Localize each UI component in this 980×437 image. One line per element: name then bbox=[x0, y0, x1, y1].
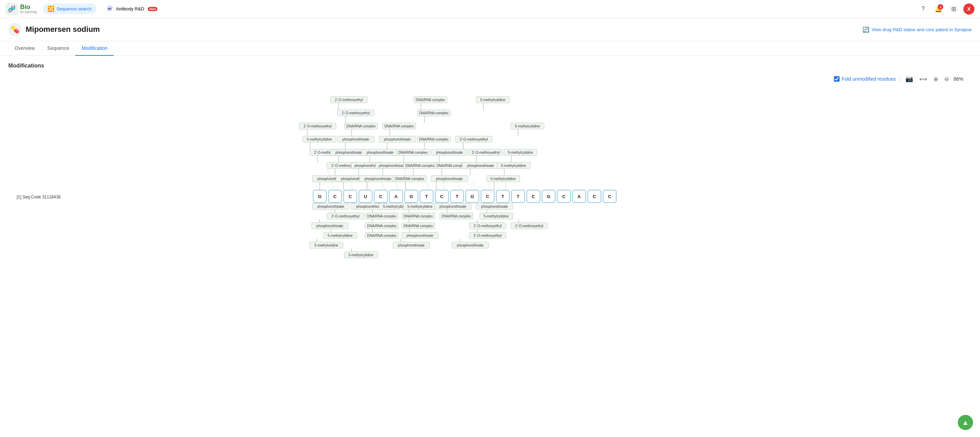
fold-checkbox-input[interactable] bbox=[834, 76, 840, 82]
svg-text:T: T bbox=[501, 194, 504, 199]
fit-btn[interactable]: ⟺ bbox=[918, 75, 929, 84]
svg-text:A: A bbox=[578, 194, 581, 199]
svg-text:T: T bbox=[517, 194, 519, 199]
svg-text:DNA/RNA complex: DNA/RNA complex bbox=[398, 150, 428, 154]
drug-title: Mipomersen sodium bbox=[25, 25, 100, 34]
tab-overview[interactable]: Overview bbox=[8, 41, 41, 56]
svg-text:phosphorothioate: phosphorothioate bbox=[317, 205, 344, 209]
drug-header: 💊 Mipomersen sodium 🔄 View drug R&D stat… bbox=[0, 18, 980, 41]
sequence-search-btn[interactable]: 🔀 Sequence search bbox=[43, 3, 96, 14]
tab-bar: Overview Sequence Modification bbox=[0, 41, 980, 56]
svg-text:2'-O-methoxyethyl: 2'-O-methoxyethyl bbox=[515, 224, 543, 228]
drug-title-area: 💊 Mipomersen sodium bbox=[8, 23, 100, 36]
camera-btn[interactable]: 📷 bbox=[904, 74, 915, 84]
svg-text:phosphorothioate: phosphorothioate bbox=[439, 205, 466, 209]
svg-text:phosphorothioate: phosphorothioate bbox=[366, 150, 394, 154]
svg-text:C: C bbox=[379, 194, 382, 199]
svg-text:5-methyluridine: 5-methyluridine bbox=[315, 244, 339, 247]
svg-text:5-methylcytidine: 5-methylcytidine bbox=[348, 253, 374, 257]
svg-text:phosphorothioate: phosphorothioate bbox=[364, 177, 391, 181]
svg-text:DNA/RNA complex: DNA/RNA complex bbox=[404, 214, 433, 218]
content-area: Modifications Fold unmodified residues |… bbox=[0, 56, 980, 315]
svg-text:2'-O-methoxyethyl: 2'-O-methoxyethyl bbox=[335, 98, 363, 102]
svg-text:C: C bbox=[562, 194, 566, 199]
tab-modification[interactable]: Modification bbox=[75, 41, 114, 56]
modifications-title: Modifications bbox=[8, 63, 972, 69]
fold-checkbox[interactable]: Fold unmodified residues bbox=[834, 76, 896, 82]
svg-text:2'-O-methoxyethyl: 2'-O-methoxyethyl bbox=[474, 224, 502, 228]
svg-text:5-methylcytidine: 5-methylcytidine bbox=[328, 234, 353, 238]
svg-text:5-methylcytidine: 5-methylcytidine bbox=[508, 150, 533, 154]
svg-text:DNA/RNA complex: DNA/RNA complex bbox=[437, 164, 466, 168]
svg-text:phosphorothioate: phosphorothioate bbox=[379, 164, 406, 168]
apps-icon: ⊞ bbox=[951, 5, 956, 13]
zoom-out-btn[interactable]: ⊖ bbox=[943, 75, 950, 84]
svg-text:phosphorothioate: phosphorothioate bbox=[406, 234, 433, 238]
svg-text:DNA/RNA complex: DNA/RNA complex bbox=[385, 124, 414, 128]
svg-text:C: C bbox=[593, 194, 596, 199]
sequence-search-icon: 🔀 bbox=[48, 6, 54, 12]
svg-text:DNA/RNA complex: DNA/RNA complex bbox=[419, 138, 449, 141]
svg-text:5-methylcytidine: 5-methylcytidine bbox=[501, 164, 527, 168]
help-btn[interactable]: ? bbox=[918, 3, 929, 14]
svg-text:C: C bbox=[531, 194, 535, 199]
svg-text:phosphorothioate: phosphorothioate bbox=[436, 150, 463, 154]
zoom-percent: 86% bbox=[954, 76, 963, 82]
viz-toolbar: Fold unmodified residues | 📷 ⟺ ⊕ ⊖ 86% bbox=[8, 74, 972, 84]
apps-btn[interactable]: ⊞ bbox=[948, 3, 959, 14]
svg-text:2'-O-methoxyethyl: 2'-O-methoxyethyl bbox=[474, 234, 502, 238]
logo-icon: 🧬 bbox=[6, 3, 18, 15]
svg-text:DNA/RNA complex: DNA/RNA complex bbox=[419, 111, 449, 115]
svg-text:A: A bbox=[394, 194, 398, 199]
svg-text:DNA/RNA complex: DNA/RNA complex bbox=[367, 214, 396, 218]
fit-icon: ⟺ bbox=[919, 76, 927, 82]
svg-text:phosphorothioate: phosphorothioate bbox=[481, 205, 508, 209]
svg-text:5-methylcytidine: 5-methylcytidine bbox=[484, 214, 509, 218]
zoom-in-btn[interactable]: ⊕ bbox=[932, 75, 939, 84]
user-avatar[interactable]: X bbox=[963, 3, 974, 14]
svg-text:5-methylcytidine: 5-methylcytidine bbox=[515, 124, 540, 128]
svg-text:phosphorothioate: phosphorothioate bbox=[384, 138, 411, 141]
notifications-btn[interactable]: 🔔 1 bbox=[933, 3, 944, 14]
antibody-rd-btn[interactable]: ⚗️ Antibody R&D New bbox=[102, 3, 162, 14]
fold-label: Fold unmodified residues bbox=[842, 76, 896, 82]
zoom-out-icon: ⊖ bbox=[944, 76, 949, 82]
svg-text:phosphorothioate: phosphorothioate bbox=[467, 164, 494, 168]
synapse-link[interactable]: 🔄 View drug R&D status and core patent i… bbox=[862, 26, 972, 33]
svg-text:2'-O-methoxyethyl: 2'-O-methoxyethyl bbox=[460, 138, 488, 141]
zoom-in-icon: ⊕ bbox=[934, 76, 938, 82]
svg-text:C: C bbox=[440, 194, 444, 199]
svg-text:DNA/RNA complex: DNA/RNA complex bbox=[416, 98, 445, 102]
camera-icon: 📷 bbox=[905, 76, 913, 82]
svg-text:G: G bbox=[547, 194, 550, 199]
nav-right: ? 🔔 1 ⊞ X bbox=[918, 3, 974, 14]
toolbar-separator: | bbox=[899, 76, 900, 82]
svg-text:5-methylcytidine: 5-methylcytidine bbox=[480, 98, 506, 102]
svg-text:DNA/RNA complex: DNA/RNA complex bbox=[347, 124, 375, 128]
svg-text:phosphorothioate: phosphorothioate bbox=[457, 244, 484, 247]
svg-text:U: U bbox=[364, 194, 367, 199]
modification-diagram: G C C U C A G T C T bbox=[17, 93, 963, 301]
svg-text:DNA/RNA complex: DNA/RNA complex bbox=[367, 234, 396, 238]
svg-text:2'-O-methoxyethyl: 2'-O-methoxyethyl bbox=[304, 124, 332, 128]
svg-text:5-methylcytidine: 5-methylcytidine bbox=[491, 177, 516, 181]
svg-text:DNA/RNA complex: DNA/RNA complex bbox=[442, 214, 471, 218]
svg-text:C: C bbox=[608, 194, 611, 199]
svg-text:5-methylcytidine: 5-methylcytidine bbox=[307, 138, 332, 141]
svg-text:T: T bbox=[425, 194, 428, 199]
svg-text:G: G bbox=[410, 194, 413, 199]
synapse-icon: 🔄 bbox=[862, 26, 869, 33]
antibody-new-badge: New bbox=[148, 7, 158, 11]
svg-text:2'-O-methoxyethyl: 2'-O-methoxyethyl bbox=[472, 150, 500, 154]
svg-text:phosphorothioate: phosphorothioate bbox=[398, 244, 425, 247]
svg-text:2'-O-methoxyethyl: 2'-O-methoxyethyl bbox=[342, 111, 370, 115]
tab-sequence[interactable]: Sequence bbox=[41, 41, 75, 56]
svg-text:C: C bbox=[348, 194, 352, 199]
svg-text:G: G bbox=[471, 194, 474, 199]
svg-text:DNA/RNA complex: DNA/RNA complex bbox=[395, 177, 424, 181]
svg-text:phosphorothioate: phosphorothioate bbox=[316, 224, 343, 228]
svg-text:phosphorothioate: phosphorothioate bbox=[436, 177, 463, 181]
logo-area: 🧬 Bio by patsnap bbox=[6, 3, 37, 15]
help-icon: ? bbox=[921, 5, 925, 13]
logo-bio: Bio bbox=[20, 4, 37, 10]
